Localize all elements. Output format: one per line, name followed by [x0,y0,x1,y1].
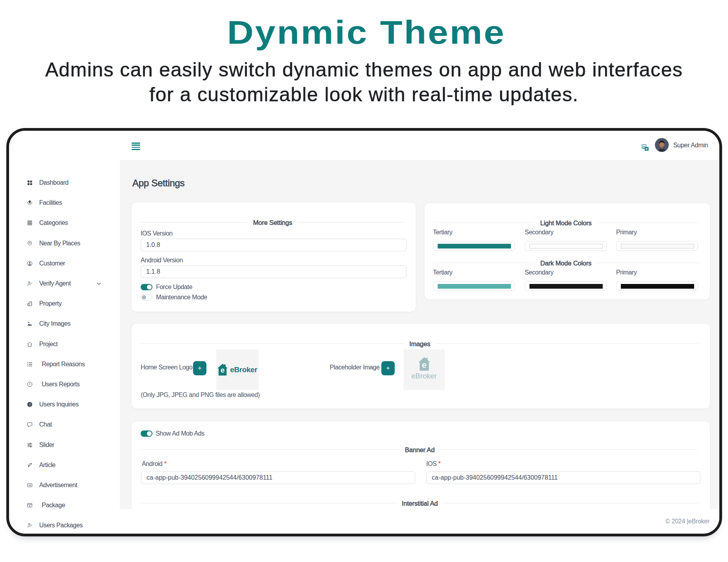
svg-text:Ad: Ad [28,484,32,486]
svg-text:e: e [221,366,225,374]
svg-text:?: ? [29,403,31,406]
svg-text:e: e [422,360,427,370]
